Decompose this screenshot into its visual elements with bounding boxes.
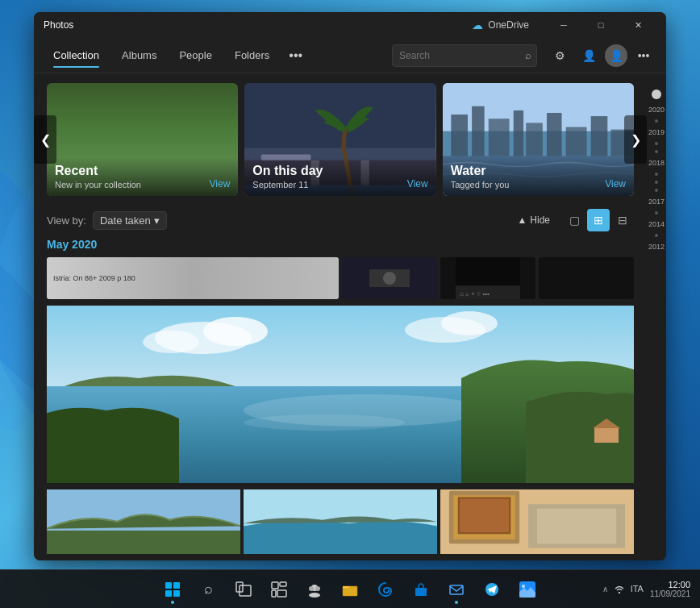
taskbar-store-button[interactable] — [405, 573, 437, 606]
nav-collection[interactable]: Collection — [44, 44, 109, 66]
featured-card-onthisday[interactable]: On this day September 11 View — [244, 83, 435, 196]
thumb-item[interactable]: ⌂ ⌕ + ♡ ••• — [440, 257, 535, 299]
card-onthisday-view-button[interactable]: View — [407, 178, 428, 189]
nav-people[interactable]: People — [169, 44, 221, 66]
nav-albums[interactable]: Albums — [112, 44, 166, 66]
svg-rect-18 — [547, 113, 562, 156]
nav-collection-label: Collection — [53, 49, 99, 61]
taskbar-widgets-button[interactable] — [263, 573, 295, 606]
thumb-item[interactable] — [342, 257, 437, 299]
search-icon: ⌕ — [525, 49, 531, 61]
timeline-year-2018[interactable]: 2018 — [648, 159, 665, 167]
card-recent-overlay: Recent New in your collection — [47, 157, 238, 196]
content-scroll[interactable]: ❮ Recent New in your collection View — [34, 73, 666, 560]
featured-next-button[interactable]: ❯ — [624, 115, 647, 164]
card-recent-view-button[interactable]: View — [210, 178, 231, 189]
taskbar-edge-button[interactable] — [369, 573, 402, 606]
taskbar-telegram-button[interactable] — [476, 573, 508, 606]
nav-folders[interactable]: Folders — [225, 44, 279, 66]
small-photo-1-svg — [47, 489, 240, 554]
view-mode-small-button[interactable]: ▢ — [563, 209, 585, 231]
nav-more-button[interactable]: ••• — [282, 44, 309, 68]
taskbar-explorer-button[interactable] — [334, 573, 366, 606]
photos-taskbar-icon — [519, 581, 535, 598]
more-options-icon[interactable]: ••• — [631, 43, 656, 69]
featured-card-recent[interactable]: Recent New in your collection View — [47, 83, 238, 196]
timeline-year-2017[interactable]: 2017 — [648, 198, 665, 206]
hide-button[interactable]: ▲ Hide — [517, 214, 550, 226]
thumb-svg — [342, 257, 437, 299]
timeline-year-2012[interactable]: 2012 — [648, 243, 665, 251]
taskbar-start-button[interactable] — [156, 573, 189, 606]
small-photo-3-svg — [440, 489, 634, 554]
svg-rect-37 — [594, 427, 619, 443]
search-bar[interactable]: ⌕ — [392, 44, 537, 67]
mail-icon — [448, 581, 465, 598]
card-water-title: Water — [451, 164, 626, 178]
photos-app-window: Photos ☁ OneDrive ─ □ ✕ Collection Album… — [34, 12, 666, 560]
title-bar: Photos ☁ OneDrive ─ □ ✕ — [34, 12, 666, 38]
taskbar-app-button[interactable] — [511, 573, 544, 606]
featured-prev-button[interactable]: ❮ — [34, 115, 56, 164]
thumb-item[interactable] — [539, 257, 634, 299]
svg-rect-19 — [565, 127, 586, 156]
card-recent-title: Recent — [55, 164, 230, 178]
svg-rect-55 — [165, 590, 172, 597]
svg-rect-69 — [415, 588, 427, 596]
svg-point-64 — [309, 586, 314, 591]
tray-clock[interactable]: 12:00 11/09/2021 — [650, 580, 690, 598]
taskbar-mail-button[interactable] — [440, 573, 473, 606]
small-photo-2[interactable] — [244, 489, 437, 554]
taskbar-taskview-button[interactable] — [227, 573, 260, 606]
view-mode-large-button[interactable]: ⊟ — [611, 209, 634, 231]
svg-rect-15 — [488, 119, 509, 156]
avatar[interactable]: 👤 — [605, 44, 627, 67]
card-water-view-button[interactable]: View — [605, 178, 626, 189]
thumb-item[interactable]: Istria: On 86+ 2009 p 180 — [47, 257, 339, 299]
taskbar-chat-button[interactable] — [298, 573, 331, 606]
view-by-label: View by: — [47, 214, 86, 227]
timeline-year-2014[interactable]: 2014 — [648, 220, 665, 228]
face-recognition-icon[interactable]: 👤 — [576, 43, 602, 69]
maximize-button[interactable]: □ — [582, 12, 619, 38]
search-input[interactable] — [399, 50, 520, 61]
view-mode-medium-button[interactable]: ⊞ — [587, 209, 610, 231]
svg-rect-58 — [240, 585, 251, 596]
svg-point-65 — [315, 586, 320, 591]
small-photo-3[interactable] — [440, 489, 634, 554]
store-icon — [413, 581, 429, 598]
taskbar-search-button[interactable]: ⌕ — [192, 573, 224, 606]
nav-action-icons: ⚙ 👤 👤 ••• — [547, 43, 656, 69]
nav-folders-label: Folders — [235, 49, 269, 61]
timeline-year-2019[interactable]: 2019 — [648, 128, 665, 136]
main-photo[interactable] — [47, 306, 634, 483]
svg-rect-54 — [173, 582, 180, 589]
svg-rect-17 — [526, 123, 543, 156]
timeline-scrubber: 2020 2019 2018 2017 2014 2012 — [647, 73, 666, 560]
small-photos-row — [47, 489, 634, 554]
tray-up-icon[interactable]: ∧ — [602, 585, 608, 593]
widgets-icon — [271, 581, 287, 598]
thumbnail-strip: Istria: On 86+ 2009 p 180 — [47, 257, 634, 299]
svg-rect-20 — [590, 116, 607, 156]
small-photo-1[interactable] — [47, 489, 240, 554]
small-photo-2-svg — [244, 489, 437, 554]
timeline-dot — [655, 119, 658, 123]
timeline-year-2020[interactable]: 2020 — [648, 106, 665, 114]
svg-rect-14 — [472, 106, 484, 156]
card-water-subtitle: Tagged for you — [451, 180, 626, 189]
svg-rect-70 — [450, 585, 463, 594]
featured-card-water[interactable]: Water Tagged for you View — [443, 83, 634, 196]
search-taskbar-icon: ⌕ — [204, 581, 213, 598]
thumb-svg: ⌂ ⌕ + ♡ ••• — [440, 257, 535, 299]
view-controls-bar: View by: Date taken ▾ ▲ Hide ▢ ⊞ ⊟ — [34, 206, 647, 238]
minimize-button[interactable]: ─ — [545, 12, 582, 38]
timeline-dot — [655, 173, 658, 176]
view-by-dropdown[interactable]: Date taken ▾ — [93, 211, 167, 230]
window-controls: ─ □ ✕ — [545, 12, 656, 38]
filter-icon[interactable]: ⚙ — [547, 43, 573, 69]
timeline-handle[interactable] — [652, 90, 661, 99]
close-button[interactable]: ✕ — [619, 12, 656, 38]
wifi-icon[interactable] — [613, 582, 626, 595]
card-water-overlay: Water Tagged for you — [443, 157, 634, 196]
